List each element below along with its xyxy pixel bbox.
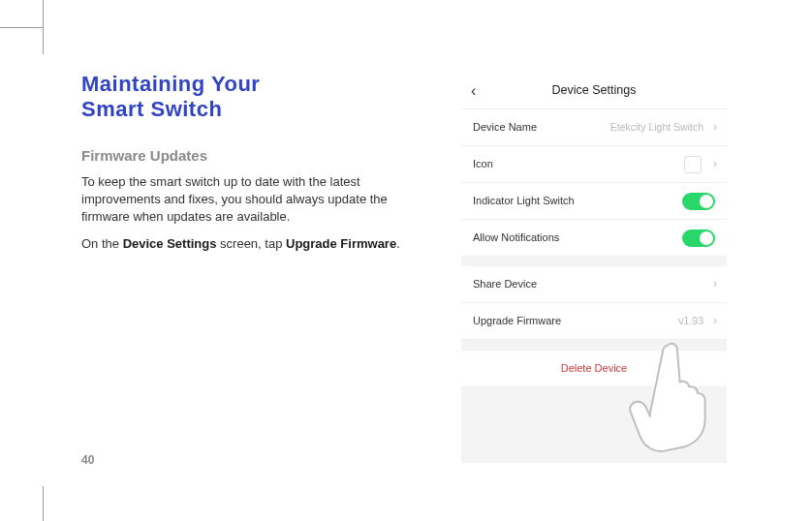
indicator-light-toggle[interactable] [682,193,715,210]
device-name-value: Etekcity Light Switch [610,121,703,133]
text-column: Maintaining Your Smart Switch Firmware U… [81,72,421,253]
section-gap [461,340,727,350]
icon-label: Icon [473,158,493,169]
row-upgrade-firmware[interactable]: Upgrade Firmware v1.93 › [461,303,727,340]
phone-screenshot: ‹ Device Settings Device Name Etekcity L… [461,74,727,463]
p2-b2: Upgrade Firmware [286,236,396,251]
row-indicator-light: Indicator Light Switch [461,183,727,220]
row-icon[interactable]: Icon › [461,146,727,183]
paragraph-1: To keep the smart switch up to date with… [81,173,421,226]
icon-thumbnail [684,156,702,173]
indicator-light-label: Indicator Light Switch [473,195,575,206]
chevron-right-icon: › [713,314,717,327]
nav-bar: ‹ Device Settings [461,74,727,109]
paragraph-2: On the Device Settings screen, tap Upgra… [81,235,421,253]
section-gap [461,257,727,266]
device-name-label: Device Name [473,121,537,133]
chevron-right-icon: › [713,277,717,291]
delete-label: Delete Device [561,362,627,374]
delete-device-button[interactable]: Delete Device [461,350,727,387]
firmware-value: v1.93 [678,315,703,326]
nav-title: Device Settings [461,83,727,97]
row-device-name[interactable]: Device Name Etekcity Light Switch › [461,109,727,146]
crop-mark-vertical-bottom [43,486,44,521]
p2-a: On the [81,236,123,251]
title-line-1: Maintaining Your [81,72,260,96]
page-number: 40 [81,453,94,467]
title-line-2: Smart Switch [81,97,222,121]
p2-b1: Device Settings [123,236,217,251]
page-title: Maintaining Your Smart Switch [81,72,421,122]
crop-mark-horizontal [0,27,43,28]
section-heading: Firmware Updates [81,147,421,164]
share-label: Share Device [473,278,537,290]
chevron-right-icon: › [713,157,717,170]
row-share-device[interactable]: Share Device › [461,266,727,303]
p2-e: . [396,236,400,251]
firmware-label: Upgrade Firmware [473,315,561,326]
notifications-toggle[interactable] [682,230,715,247]
p2-c: screen, tap [216,236,286,251]
row-allow-notifications: Allow Notifications [461,220,727,257]
chevron-right-icon: › [713,120,717,134]
notifications-label: Allow Notifications [473,231,559,243]
crop-mark-vertical-top [43,0,44,54]
